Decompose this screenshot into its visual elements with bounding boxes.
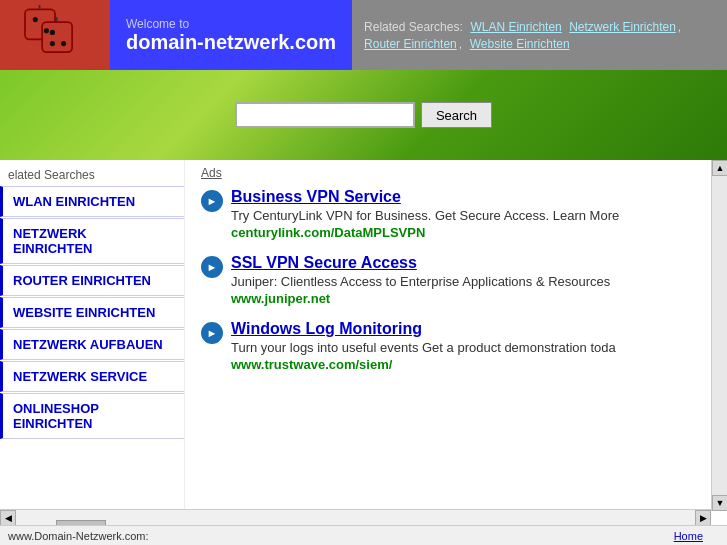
related-link-router[interactable]: Router Einrichten xyxy=(364,37,457,52)
svg-point-3 xyxy=(44,28,49,33)
ad-url-3: www.trustwave.com/siem/ xyxy=(231,357,616,372)
status-url: www.Domain-Netzwerk.com: xyxy=(0,530,149,542)
search-input[interactable] xyxy=(235,102,415,128)
ad-arrow-icon-2: ► xyxy=(201,256,223,278)
svg-rect-1 xyxy=(42,22,72,52)
ad-item-2: ► SSL VPN Secure Access Juniper: Clientl… xyxy=(201,254,711,306)
bottom-scrollbar[interactable]: ◀ ▶ xyxy=(0,509,711,525)
scroll-track-right xyxy=(712,176,727,495)
scroll-left-arrow[interactable]: ◀ xyxy=(0,510,16,526)
search-button[interactable]: Search xyxy=(421,102,492,128)
ad-desc-3: Turn your logs into useful events Get a … xyxy=(231,340,616,355)
scroll-up-arrow[interactable]: ▲ xyxy=(712,160,727,176)
ad-arrow-icon-3: ► xyxy=(201,322,223,344)
scroll-down-arrow[interactable]: ▼ xyxy=(712,495,727,511)
ad-desc-1: Try CenturyLink VPN for Business. Get Se… xyxy=(231,208,619,223)
logo-area xyxy=(0,0,110,70)
svg-point-2 xyxy=(33,17,38,22)
sidebar-item-netzwerk[interactable]: NETZWERKEINRICHTEN xyxy=(0,218,184,264)
sidebar-item-website[interactable]: WEBSITE EINRICHTEN xyxy=(0,297,184,328)
ad-title-3[interactable]: Windows Log Monitoring xyxy=(231,320,616,338)
svg-point-4 xyxy=(50,30,55,35)
domain-title: domain-netzwerk.com xyxy=(126,31,336,54)
related-links: Related Searches: WLAN Einrichten Netzwe… xyxy=(364,20,715,52)
sidebar-item-wlan[interactable]: WLAN EINRICHTEN xyxy=(0,186,184,217)
right-scrollbar[interactable]: ▲ ▼ xyxy=(711,160,727,511)
ads-area: Ads ► Business VPN Service Try CenturyLi… xyxy=(185,160,727,511)
welcome-text: Welcome to xyxy=(126,17,336,31)
ads-label: Ads xyxy=(201,166,711,180)
welcome-area: Welcome to domain-netzwerk.com xyxy=(110,0,352,70)
main-content: elated Searches WLAN EINRICHTEN NETZWERK… xyxy=(0,160,727,511)
sidebar-item-onlineshop[interactable]: ONLINESHOPEINRICHTEN xyxy=(0,393,184,439)
ad-arrow-icon-1: ► xyxy=(201,190,223,212)
sidebar: elated Searches WLAN EINRICHTEN NETZWERK… xyxy=(0,160,185,511)
sidebar-item-service[interactable]: NETZWERK SERVICE xyxy=(0,361,184,392)
sidebar-item-router[interactable]: ROUTER EINRICHTEN xyxy=(0,265,184,296)
dice-icon xyxy=(20,5,90,65)
green-banner: Search xyxy=(0,70,727,160)
related-link-wlan[interactable]: WLAN Einrichten xyxy=(470,20,561,35)
status-home-link[interactable]: Home xyxy=(674,530,727,542)
ad-desc-2: Juniper: Clientless Access to Enterprise… xyxy=(231,274,610,289)
scroll-right-arrow[interactable]: ▶ xyxy=(695,510,711,526)
ad-item-3: ► Windows Log Monitoring Turn your logs … xyxy=(201,320,711,372)
ad-title-1[interactable]: Business VPN Service xyxy=(231,188,619,206)
sidebar-title: elated Searches xyxy=(0,164,184,186)
ad-item-1: ► Business VPN Service Try CenturyLink V… xyxy=(201,188,711,240)
related-searches-header: Related Searches: WLAN Einrichten Netzwe… xyxy=(352,0,727,70)
search-bar: Search xyxy=(235,102,492,128)
related-link-website[interactable]: Website Einrichten xyxy=(470,37,570,52)
related-link-netzwerk[interactable]: Netzwerk Einrichten xyxy=(569,20,676,35)
ad-url-2: www.juniper.net xyxy=(231,291,610,306)
ad-url-1: centurylink.com/DataMPLSVPN xyxy=(231,225,619,240)
svg-point-6 xyxy=(50,41,55,46)
related-label: Related Searches: xyxy=(364,20,463,35)
ad-title-2[interactable]: SSL VPN Secure Access xyxy=(231,254,610,272)
header: Welcome to domain-netzwerk.com Related S… xyxy=(0,0,727,70)
sidebar-item-aufbauen[interactable]: NETZWERK AUFBAUEN xyxy=(0,329,184,360)
svg-point-5 xyxy=(61,41,66,46)
status-bar: www.Domain-Netzwerk.com: Home xyxy=(0,525,727,545)
